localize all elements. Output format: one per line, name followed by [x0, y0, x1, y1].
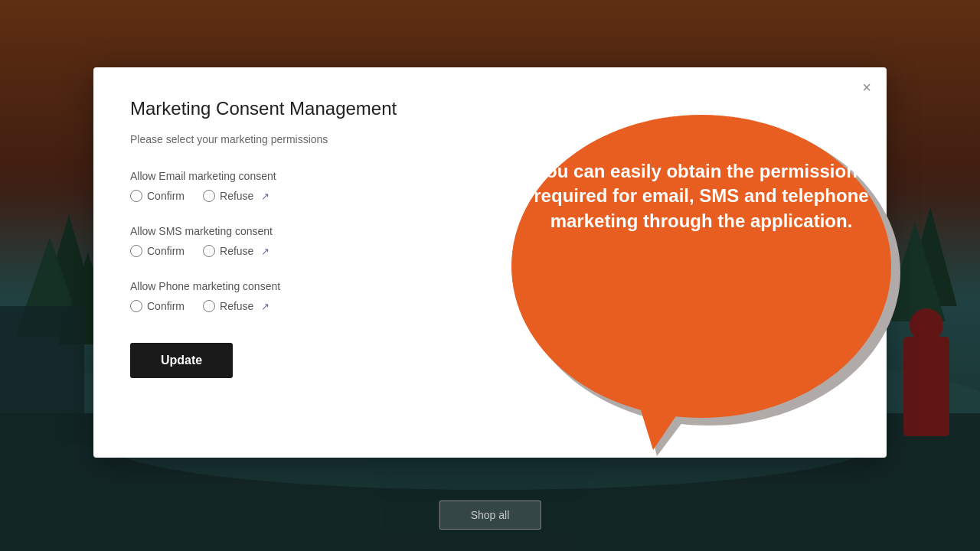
email-confirm-label: Confirm — [147, 190, 185, 202]
svg-marker-14 — [645, 412, 688, 456]
svg-point-13 — [518, 119, 900, 425]
update-button[interactable]: Update — [130, 343, 233, 378]
modal-title: Marketing Consent Management — [130, 98, 850, 119]
sms-confirm-radio[interactable] — [130, 245, 142, 257]
email-consent-label: Allow Email marketing consent — [130, 170, 850, 182]
email-external-link-icon[interactable]: ↗ — [261, 191, 270, 202]
email-consent-options: Confirm Refuse ↗ — [130, 190, 850, 202]
email-consent-section: Allow Email marketing consent Confirm Re… — [130, 170, 850, 202]
sms-refuse-option[interactable]: Refuse ↗ — [203, 245, 270, 257]
email-confirm-option[interactable]: Confirm — [130, 190, 185, 202]
email-refuse-radio[interactable] — [203, 190, 215, 202]
sms-confirm-option[interactable]: Confirm — [130, 245, 185, 257]
phone-external-link-icon[interactable]: ↗ — [261, 301, 270, 312]
svg-point-15 — [511, 115, 891, 418]
close-button[interactable]: × — [862, 80, 871, 95]
shop-all-container: Shop all — [439, 500, 541, 530]
svg-marker-16 — [640, 408, 681, 450]
email-confirm-radio[interactable] — [130, 190, 142, 202]
modal-subtitle: Please select your marketing permissions — [130, 133, 850, 145]
sms-consent-options: Confirm Refuse ↗ — [130, 245, 850, 257]
phone-consent-label: Allow Phone marketing consent — [130, 280, 850, 292]
email-refuse-option[interactable]: Refuse ↗ — [203, 190, 270, 202]
shop-all-button[interactable]: Shop all — [439, 500, 541, 530]
phone-refuse-option[interactable]: Refuse ↗ — [203, 300, 270, 312]
sms-consent-label: Allow SMS marketing consent — [130, 225, 850, 237]
email-refuse-label: Refuse — [220, 190, 253, 202]
sms-refuse-label: Refuse — [220, 245, 253, 257]
sms-consent-section: Allow SMS marketing consent Confirm Refu… — [130, 225, 850, 257]
phone-confirm-option[interactable]: Confirm — [130, 300, 185, 312]
sms-refuse-radio[interactable] — [203, 245, 215, 257]
sms-external-link-icon[interactable]: ↗ — [261, 246, 270, 257]
phone-consent-section: Allow Phone marketing consent Confirm Re… — [130, 280, 850, 312]
phone-refuse-radio[interactable] — [203, 300, 215, 312]
sms-confirm-label: Confirm — [147, 245, 185, 257]
modal-dialog: × Marketing Consent Management Please se… — [93, 67, 887, 458]
phone-consent-options: Confirm Refuse ↗ — [130, 300, 850, 312]
phone-confirm-label: Confirm — [147, 300, 185, 312]
phone-refuse-label: Refuse — [220, 300, 253, 312]
phone-confirm-radio[interactable] — [130, 300, 142, 312]
